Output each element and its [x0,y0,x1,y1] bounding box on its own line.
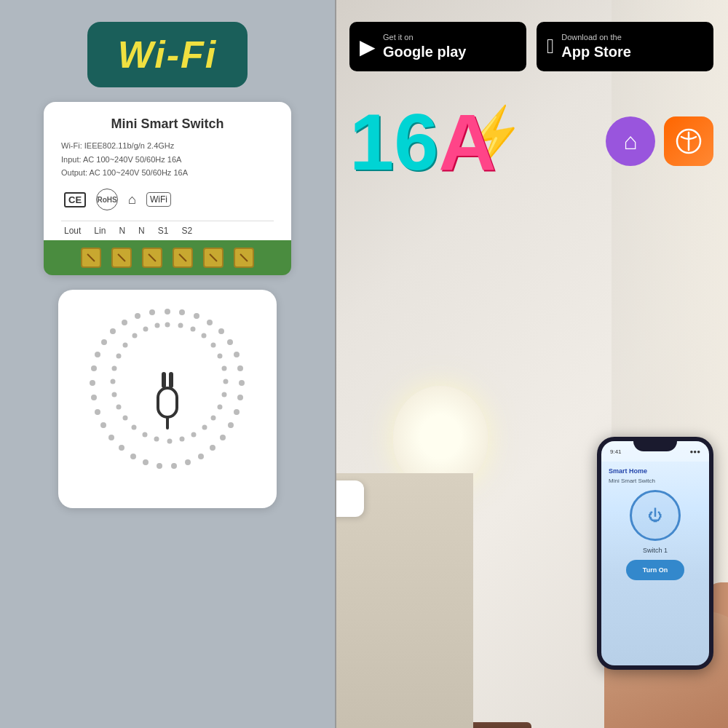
right-panel: ▶ Get it on Google play  Download on th… [335,0,728,728]
svg-point-47 [167,439,173,444]
screw-1 [81,248,101,268]
svg-point-36 [202,333,207,339]
google-play-main: Google play [383,43,466,60]
apple-icon:  [547,35,554,58]
google-play-badge[interactable]: ▶ Get it on Google play [349,22,526,71]
wifi-badge: Wi-Fi [87,22,248,87]
phone-time: 9:41 [610,448,622,455]
svg-point-45 [191,432,197,438]
svg-point-52 [116,405,122,410]
svg-rect-63 [169,372,173,388]
svg-point-40 [223,379,229,384]
svg-point-26 [91,365,97,371]
svg-point-38 [218,354,223,359]
ce-icon: CE [64,192,86,207]
svg-point-16 [171,463,177,469]
google-play-sub: Get it on [383,33,466,42]
svg-point-28 [101,339,107,345]
terminal-n1: N [119,226,125,236]
svg-point-44 [202,425,207,430]
certification-icons: CE RoHS ⌂ WiFi [61,189,274,210]
svg-point-0 [165,309,170,314]
svg-point-29 [110,328,116,334]
svg-point-25 [90,380,95,386]
svg-point-32 [149,309,155,315]
svg-point-10 [234,409,240,415]
terminal-s2: S2 [181,226,192,236]
svg-point-22 [100,422,106,428]
app-badges-row: ▶ Get it on Google play  Download on th… [349,22,713,71]
svg-point-34 [178,323,183,328]
google-play-icon: ▶ [360,35,376,59]
svg-point-46 [180,437,185,442]
screw-2 [111,248,132,268]
svg-point-3 [207,320,213,325]
screw-6 [234,248,254,268]
terminal-n2: N [138,226,145,236]
lamp-shade [393,386,488,488]
switch-specs: Wi-Fi: IEEE802.11b/g/n 2.4GHz Input: AC … [61,139,274,180]
spec-wifi: Wi-Fi: IEEE802.11b/g/n 2.4GHz [61,139,274,153]
phone-signal: ●●● [690,448,701,455]
svg-point-50 [132,425,137,430]
brand-icons-group: ⌂ [606,116,713,166]
svg-rect-61 [158,388,177,417]
terminal-lout: Lout [64,226,81,236]
svg-point-17 [157,463,162,469]
homekit-symbol: ⌂ [623,128,637,155]
svg-point-37 [211,343,216,348]
terminal-block [44,240,291,275]
screw-5 [203,248,223,268]
svg-point-41 [222,392,227,397]
svg-point-19 [130,454,136,459]
spec-output: Output: AC 100~240V 50/60Hz 16A [61,166,274,180]
screw-4 [173,248,193,268]
phone-app-title: Smart Home [609,467,702,475]
svg-point-9 [237,395,243,400]
svg-point-24 [91,395,97,400]
phone-switch-label: Switch 1 [609,547,702,554]
amperage-number: 16 [349,97,438,186]
svg-point-51 [123,416,128,421]
svg-point-43 [211,416,216,421]
google-play-text: Get it on Google play [383,33,466,60]
terminal-labels: Lout Lin N N S1 S2 [61,221,274,240]
phone-container: 9:41 ●●● Smart Home Mini Smart Switch ⏻ … [582,437,728,728]
svg-point-14 [198,454,204,459]
svg-point-53 [112,392,117,397]
svg-point-49 [143,432,148,438]
svg-rect-62 [162,372,166,388]
switch-device-card: Mini Smart Switch Wi-Fi: IEEE802.11b/g/n… [44,102,291,275]
svg-point-56 [116,354,122,359]
svg-point-13 [210,445,215,451]
homekit-icon: ⌂ [606,116,655,166]
power-icon: ⏻ [648,507,662,524]
svg-point-59 [143,327,149,332]
svg-point-7 [237,365,243,371]
svg-point-48 [154,437,159,442]
svg-point-60 [155,323,160,328]
svg-point-5 [227,339,233,345]
phone-power-circle[interactable]: ⏻ [630,490,681,541]
tuya-logo-svg [676,128,702,154]
terminal-lin: Lin [94,226,106,236]
tuya-icon [664,116,713,166]
phone-content: Smart Home Mini Smart Switch ⏻ Switch 1 … [601,462,709,586]
bed-pillow [335,480,364,517]
svg-point-33 [165,323,170,328]
bed [335,473,473,728]
svg-point-31 [135,313,141,319]
svg-point-2 [194,313,199,319]
app-store-badge[interactable]:  Download on the App Store [537,22,713,71]
wifi-label: Wi-Fi [118,33,218,76]
svg-point-39 [222,366,227,371]
wifi-small-icon: WiFi [146,192,171,207]
svg-point-42 [218,405,223,410]
svg-point-6 [234,352,240,357]
svg-point-1 [179,309,185,315]
svg-point-21 [108,435,114,440]
svg-point-4 [218,328,224,334]
phone-turn-on-btn[interactable]: Turn On [626,560,684,580]
round-device: // will use inline approach below [58,290,277,508]
svg-point-30 [122,320,127,325]
